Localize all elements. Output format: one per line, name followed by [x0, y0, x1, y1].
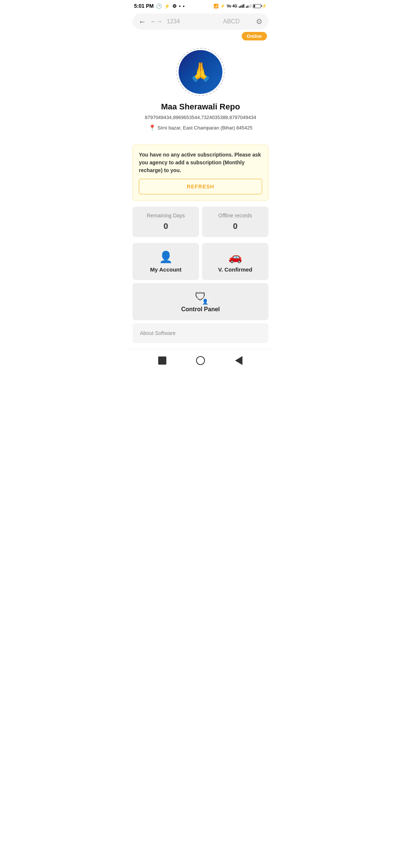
refresh-button[interactable]: REFRESH: [139, 179, 262, 194]
location-icon: 📍: [149, 124, 156, 131]
about-software-card[interactable]: About Software: [133, 323, 268, 343]
signal-bars: [239, 4, 244, 8]
usb-icon: ⚡: [164, 3, 170, 9]
profile-location: 📍 Sirni bazar, East Champaran (Bihar) 84…: [149, 124, 252, 131]
avatar: 🙏: [179, 50, 222, 94]
avatar-container: 🙏: [176, 48, 225, 96]
my-account-label: My Account: [150, 266, 181, 273]
profile-name: Maa Sherawali Repo: [161, 102, 240, 112]
battery-bolt: ⚡: [262, 4, 267, 9]
settings-gear-icon[interactable]: ⚙: [256, 17, 263, 26]
v-confirmed-card[interactable]: 🚗 V. Confirmed: [202, 243, 268, 280]
app-icon: ▪: [179, 3, 181, 9]
network-label: Vo 4G: [227, 4, 237, 8]
square-icon: [158, 356, 166, 365]
nav-number: 1234: [167, 18, 207, 25]
action-grid: 👤 My Account 🚗 V. Confirmed: [133, 243, 268, 280]
circle-icon: [196, 356, 205, 365]
back-nav-button[interactable]: [234, 355, 244, 366]
v-confirmed-label: V. Confirmed: [218, 266, 252, 273]
status-time: 5:01 PM: [134, 3, 154, 9]
recent-apps-button[interactable]: [157, 355, 167, 366]
wifi-icon: 📶: [213, 4, 219, 9]
location-text: Sirni bazar, East Champaran (Bihar) 8454…: [157, 125, 252, 131]
offline-records-value: 0: [208, 221, 263, 231]
online-badge: Online: [242, 32, 267, 40]
remaining-days-label: Remaining Days: [138, 213, 193, 218]
nav-bar: ← ←→ 1234 ABCD ⚙: [133, 13, 268, 30]
remaining-days-value: 0: [138, 221, 193, 231]
battery-box: [253, 4, 261, 8]
my-account-card[interactable]: 👤 My Account: [133, 243, 199, 280]
account-icon: 👤: [159, 250, 173, 263]
battery-fill: [254, 5, 255, 7]
car-icon: 🚗: [228, 250, 242, 263]
stats-grid: Remaining Days 0 Offline records 0: [133, 207, 268, 237]
profile-phones: 8797049434,8969653544,7324035388,8797049…: [145, 114, 256, 121]
status-left: 5:01 PM 🕐 ⚡ ⚙ ▪ •: [134, 3, 185, 9]
control-panel-card[interactable]: 🛡 Control Panel: [133, 283, 268, 320]
status-right: 📶 ⚡ Vo 4G ⚡: [213, 4, 267, 9]
bottom-nav: [128, 349, 273, 372]
settings-icon: ⚙: [172, 3, 177, 9]
online-badge-container: Online: [128, 32, 273, 40]
nav-title: ABCD: [211, 18, 251, 25]
home-button[interactable]: [195, 355, 206, 366]
control-panel-label: Control Panel: [181, 306, 220, 313]
status-bar: 5:01 PM 🕐 ⚡ ⚙ ▪ • 📶 ⚡ Vo 4G ⚡: [128, 0, 273, 11]
alarm-icon: 🕐: [156, 3, 162, 9]
bluetooth-icon: ⚡: [220, 4, 225, 9]
subscription-banner: You have no any active subscriptions. Pl…: [133, 145, 268, 201]
offline-records-card: Offline records 0: [202, 207, 268, 237]
offline-records-label: Offline records: [208, 213, 263, 218]
deity-image: 🙏: [179, 50, 222, 94]
profile-section: 🙏 Maa Sherawali Repo 8797049434,89696535…: [128, 44, 273, 139]
back-button[interactable]: ←: [138, 17, 146, 26]
remaining-days-card: Remaining Days 0: [133, 207, 199, 237]
about-software-label: About Software: [140, 330, 176, 336]
subscription-message: You have no any active subscriptions. Pl…: [139, 151, 262, 174]
signal-bars-2: [246, 4, 251, 8]
dot-indicator: •: [183, 3, 185, 9]
nav-arrows-icon: ←→: [150, 18, 162, 25]
control-panel-icon: 🛡: [195, 290, 206, 303]
battery-indicator: ⚡: [253, 4, 267, 9]
triangle-icon: [235, 356, 242, 365]
